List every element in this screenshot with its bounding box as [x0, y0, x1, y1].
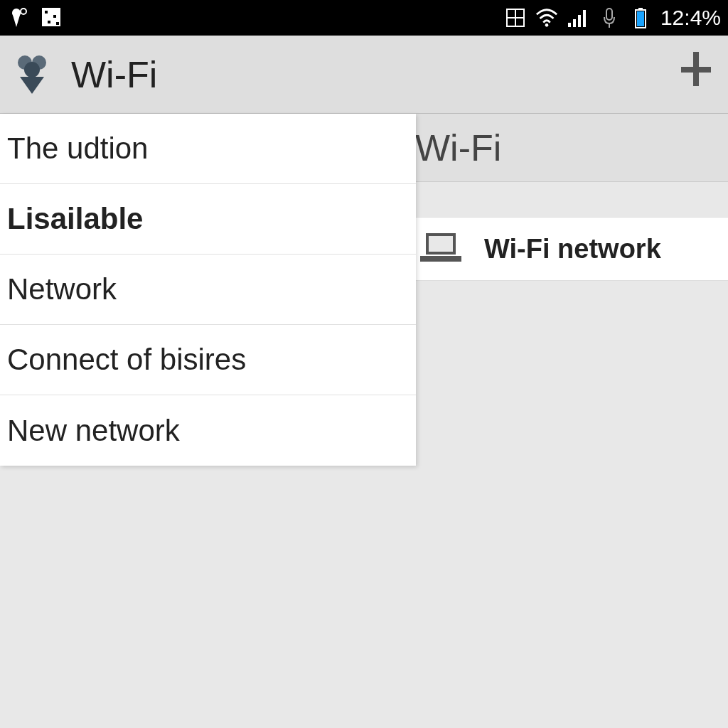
svg-rect-12 — [573, 19, 576, 27]
svg-rect-19 — [637, 11, 644, 26]
app-header: Wi-Fi — [0, 36, 728, 114]
page-title: Wi-Fi — [71, 53, 157, 96]
menu-item-label: New network — [7, 414, 180, 448]
svg-rect-11 — [568, 23, 571, 27]
grid-icon — [504, 6, 527, 29]
svg-rect-4 — [53, 15, 56, 18]
svg-rect-24 — [681, 67, 711, 73]
status-left — [7, 6, 63, 29]
svg-rect-5 — [48, 21, 50, 23]
signal-icon — [567, 6, 589, 29]
right-section-title-text: Wi-Fi — [415, 127, 501, 169]
svg-rect-27 — [420, 256, 461, 262]
content: Wi-Fi Wi-Fi network The udtion Lisailabl… — [0, 114, 728, 728]
battery-text: 12:4% — [660, 6, 721, 30]
notification-icon-2 — [41, 6, 63, 29]
dropdown-menu: The udtion Lisailable Network Connect of… — [0, 114, 416, 466]
menu-item-3[interactable]: Connect of bisires — [0, 325, 416, 395]
mic-icon — [598, 6, 621, 29]
wifi-icon — [535, 6, 558, 29]
menu-item-0[interactable]: The udtion — [0, 114, 416, 184]
add-button[interactable] — [678, 48, 714, 101]
network-row[interactable]: Wi-Fi network — [415, 217, 728, 281]
menu-item-2[interactable]: Network — [0, 255, 416, 325]
svg-rect-6 — [56, 22, 59, 25]
app-header-left: Wi-Fi — [7, 50, 157, 100]
svg-rect-15 — [606, 9, 612, 20]
svg-point-10 — [545, 23, 549, 27]
svg-rect-18 — [638, 8, 643, 10]
menu-item-label: Connect of bisires — [7, 343, 246, 377]
menu-item-label: Network — [7, 272, 117, 306]
menu-item-1[interactable]: Lisailable — [0, 184, 416, 255]
network-label: Wi-Fi network — [484, 234, 661, 264]
svg-rect-13 — [578, 15, 581, 27]
menu-item-label: The udtion — [7, 132, 148, 166]
svg-point-22 — [24, 62, 40, 77]
wifi-app-icon — [7, 50, 57, 100]
status-bar: 12:4% — [0, 0, 728, 36]
svg-rect-3 — [45, 11, 48, 14]
svg-rect-14 — [583, 10, 586, 27]
menu-item-4[interactable]: New network — [0, 395, 416, 466]
svg-rect-26 — [429, 236, 453, 252]
svg-point-1 — [21, 9, 26, 14]
battery-icon — [629, 6, 652, 29]
status-right: 12:4% — [504, 6, 721, 30]
menu-item-label: Lisailable — [7, 202, 143, 236]
notification-icon-1 — [7, 6, 30, 29]
laptop-icon — [419, 230, 463, 267]
